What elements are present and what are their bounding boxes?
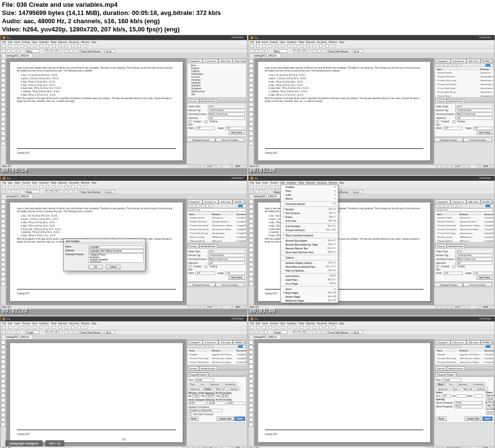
menu-item[interactable]: Element [306,41,315,43]
designer-tab[interactable]: Numbering [471,382,485,386]
menu-item[interactable]: View [280,181,285,184]
tool-button[interactable] [1,93,5,97]
toolbar-button[interactable] [281,44,285,48]
menu-item[interactable]: View [32,181,37,184]
history-button[interactable] [12,190,15,193]
column-header[interactable]: Document [483,349,494,352]
toolbar-button[interactable] [27,326,30,329]
char-designer-button[interactable]: Character Designer [216,283,245,287]
update-style-button[interactable]: Update Style [217,417,234,421]
tool-button[interactable] [249,122,253,126]
menu-item[interactable]: Window [329,41,337,43]
table-row[interactable]: #Filename (Short)<$filename>Catalog2017 [189,240,246,242]
panel-tab[interactable]: Variables [233,340,244,345]
history-button[interactable] [260,331,263,334]
tool-button[interactable] [1,209,5,214]
panel-tab[interactable]: Anchored Frame [199,99,218,103]
zoom-level[interactable]: 100% [235,165,241,168]
menu-item[interactable]: Element Banner TextEsc v b t [281,246,338,250]
font-size-selector[interactable]: 11 pt [104,190,115,193]
list-item[interactable]: 2 lower rails, 7/8 by 2-1/2 by 13 in., S… [21,87,176,90]
zoom-in-button[interactable] [490,165,493,168]
column-header[interactable]: Name [436,68,478,71]
toolbar-button[interactable] [319,44,322,48]
table-row[interactable]: #Creation Date (Long)<$monthname> <$dayn… [436,224,494,227]
doc-tab[interactable]: Catalog2017_0402.fm [2,194,32,198]
menu-item[interactable]: Edit [8,322,13,325]
toolbar-button[interactable] [2,44,5,48]
tool-button[interactable] [249,93,253,97]
align-button[interactable] [317,49,320,53]
designer-tab[interactable]: Table Cell [214,387,227,391]
nav-button[interactable] [198,165,201,168]
toolbar-button[interactable] [250,185,253,188]
element-tag-select[interactable]: <Unstructured> [455,109,493,112]
toolbar-button[interactable] [325,326,329,329]
nav-button[interactable] [440,306,443,308]
font-style-button[interactable]: T [45,331,48,334]
menu-item[interactable]: View [32,41,37,43]
para-format-selector[interactable]: Body [273,49,288,53]
stock-list[interactable]: 1 top, 1 by 16-1/2 by 40-1/2 in., S-2-S.… [265,74,424,97]
align-button[interactable] [74,190,77,193]
panel-toolbar-button[interactable] [188,345,191,348]
toolbar-button[interactable] [46,44,49,48]
menu-item[interactable]: Format [22,322,30,325]
designer-tab[interactable]: Asian [203,387,213,391]
panel-toolbar-button[interactable] [453,64,456,67]
page-footer[interactable]: Catalog 2017 [265,152,424,155]
history-button[interactable] [250,331,253,334]
nav-button[interactable] [219,165,222,168]
toolbar-button[interactable] [65,44,68,48]
history-button[interactable] [7,331,10,334]
align-button[interactable] [74,49,77,53]
menu-item[interactable]: Help [339,322,344,325]
nav-button[interactable] [467,165,470,168]
page-footer[interactable]: Catalog 2017 [17,433,176,436]
panel-toolbar-button[interactable] [192,345,196,348]
tool-button[interactable] [1,141,5,145]
menu-item[interactable]: Undo HistoryCtrl+K [281,274,338,278]
align-button[interactable] [312,331,316,334]
page-footer[interactable]: Catalog 2017 [17,152,176,155]
panel-toolbar-button[interactable] [436,64,439,67]
tool-button[interactable] [1,122,5,126]
nav-button[interactable] [436,165,438,168]
toolbar-button[interactable] [71,44,74,48]
cancel-button[interactable]: Cancel [106,265,120,269]
menu-item[interactable]: Structure [317,322,327,325]
tool-button[interactable] [249,350,253,354]
tool-button[interactable] [1,413,5,417]
tool-button[interactable] [249,112,253,116]
nav-button[interactable] [450,165,453,168]
menu-item[interactable]: Structure [317,41,327,43]
tool-button[interactable] [1,73,5,78]
menu-item[interactable]: Graphics [39,322,49,325]
search-input[interactable] [436,208,493,212]
toolbar-button[interactable] [269,185,272,188]
menu-item[interactable]: Hotspot IndicatorsEsc v H S [281,228,338,232]
table-row[interactable]: #Current Date (Long)<$monthname>Catalog2… [436,87,494,90]
doc-tab[interactable]: Catalog2017_0402.fm [2,54,32,58]
toolbar-button[interactable] [15,326,18,329]
table-row[interactable]: #Creation Date (Short)<$monthnum>/<$dayn… [436,83,494,86]
menu-item[interactable]: Go to Page...Ctrl+G [281,282,338,286]
tool-button[interactable] [249,364,253,369]
tool-button[interactable] [1,117,5,121]
element-tag-select[interactable]: <Unstructured> [455,254,493,257]
width-input[interactable]: 4.0" [195,272,215,275]
list-item[interactable]: 2 lower rails, 7/8 by 2-1/2 by 13 in., S… [269,87,424,90]
alignment-select[interactable]: Left [208,261,245,265]
new-frame-button[interactable]: New Frame [229,130,245,135]
table-row[interactable]: #Filename (Short)<$filename>Catalog2017 [436,240,494,242]
table-row[interactable]: #Current Date (Long)<$monthname>Catalog2… [436,232,494,235]
list-item[interactable]: 4 posts, 1-1/2 by 1-1/2 by 20 in., S-4-S… [269,77,424,80]
history-button[interactable] [250,49,253,53]
align-button[interactable] [59,190,63,193]
variables-table[interactable]: NameDefinitionDocument CopyrightCopyrigh… [435,348,494,364]
tool-button[interactable] [1,345,5,349]
tool-button[interactable] [249,389,253,393]
menu-item[interactable]: Element Boundaries (as Tags)Esc v T [281,243,338,246]
menu-item[interactable]: File [250,41,254,43]
menu-item[interactable]: Grid LinesEsc v g [281,219,338,223]
